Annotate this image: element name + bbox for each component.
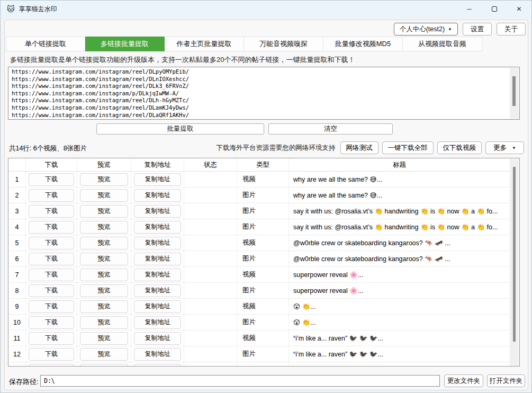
account-menu-button[interactable]: 个人中心(test2) ▼	[394, 23, 458, 35]
results-table: 下载 预览 复制地址 状态 类型 标题 1下载预览复制地址视频why are w…	[8, 158, 520, 367]
table-row: 10下载预览复制地址图片😲 👏...	[8, 315, 510, 331]
change-folder-button[interactable]: 更改文件夹	[444, 374, 483, 387]
save-path-label: 保存路径:	[9, 377, 39, 387]
status-cell	[184, 203, 237, 219]
copy-url-button[interactable]: 复制地址	[134, 253, 181, 265]
download-button[interactable]: 下载	[29, 348, 74, 361]
table-scrollbar-thumb[interactable]	[513, 167, 516, 342]
more-dropdown-button[interactable]: 更多 ▼	[485, 141, 524, 154]
url-line: https://www.instagram.com/instagram/reel…	[12, 83, 509, 90]
table-row: 9下载预览复制地址视频😲 👏...	[8, 299, 510, 315]
table-row: 2下载预览复制地址图片why are we all the same? 😅...	[8, 187, 510, 203]
header-status: 状态	[184, 158, 237, 171]
download-button-cell: 下载	[26, 315, 77, 330]
copy-url-button[interactable]: 复制地址	[134, 237, 181, 249]
preview-button[interactable]: 预览	[80, 269, 128, 281]
url-scrollbar-thumb[interactable]	[512, 76, 516, 106]
preview-button[interactable]: 预览	[80, 189, 128, 202]
type-cell: 视频	[237, 267, 289, 282]
download-button[interactable]: 下载	[29, 253, 74, 265]
copy-url-button[interactable]: 复制地址	[134, 348, 181, 361]
url-scrollbar[interactable]	[510, 68, 519, 119]
download-button[interactable]: 下载	[29, 269, 74, 281]
preview-button[interactable]: 预览	[80, 221, 128, 234]
window-controls: ─ ✕	[457, 1, 531, 17]
close-button[interactable]: ✕	[507, 1, 531, 17]
download-button[interactable]: 下载	[29, 189, 74, 202]
batch-extract-button[interactable]: 批量提取	[96, 123, 264, 135]
url-input-area[interactable]: https://www.instagram.com/instagram/reel…	[8, 67, 520, 120]
preview-button-cell: 预览	[77, 203, 131, 219]
download-button[interactable]: 下载	[29, 316, 74, 329]
download-button[interactable]: 下载	[29, 221, 74, 234]
clear-button[interactable]: 清空	[268, 123, 393, 135]
preview-button[interactable]: 预览	[80, 300, 128, 313]
download-videos-only-button[interactable]: 仅下载视频	[437, 141, 482, 154]
download-button[interactable]: 下载	[29, 237, 74, 249]
copy-url-button[interactable]: 复制地址	[134, 173, 181, 186]
about-button[interactable]: 关于	[497, 23, 526, 35]
preview-button[interactable]: 预览	[80, 332, 128, 345]
tab-3[interactable]: 万能音视频嗅探	[244, 37, 323, 51]
copy-url-button[interactable]: 复制地址	[134, 284, 181, 297]
settings-button[interactable]: 设置	[463, 23, 492, 35]
url-line: https://www.instagram.com/instagram/reel…	[12, 104, 509, 112]
preview-button[interactable]: 预览	[80, 173, 128, 186]
open-folder-button[interactable]: 打开文件夹	[487, 374, 525, 387]
copy-url-button[interactable]: 复制地址	[134, 221, 181, 234]
download-button[interactable]: 下载	[29, 284, 74, 297]
download-button-cell: 下载	[26, 283, 77, 298]
copy-url-button[interactable]: 复制地址	[134, 332, 181, 345]
title-cell: say it with us: @rosalia.vt’s 👏 handwrit…	[289, 203, 510, 219]
table-scrollbar[interactable]	[510, 159, 519, 366]
copy-url-button[interactable]: 复制地址	[134, 269, 181, 281]
preview-button-cell: 预览	[77, 267, 131, 282]
download-button[interactable]: 下载	[29, 173, 74, 186]
download-button-cell: 下载	[26, 299, 77, 314]
preview-button-cell: 预览	[77, 299, 131, 314]
download-button[interactable]: 下载	[29, 205, 74, 218]
download-button-cell: 下载	[26, 203, 77, 219]
preview-button[interactable]: 预览	[80, 316, 128, 329]
network-test-button[interactable]: 网络测试	[340, 141, 378, 154]
download-button-cell: 下载	[26, 267, 77, 282]
status-cell	[184, 299, 237, 314]
download-button[interactable]: 下载	[29, 332, 74, 345]
download-button-cell: 下载	[26, 251, 77, 266]
preview-button[interactable]: 预览	[80, 253, 128, 265]
type-cell: 视频	[237, 299, 289, 314]
tab-1[interactable]: 多链接批量提取	[85, 37, 165, 51]
header-preview: 预览	[77, 158, 131, 171]
maximize-button[interactable]	[482, 1, 507, 17]
title-cell: 😲 👏...	[289, 315, 510, 330]
copy-url-button[interactable]: 复制地址	[134, 300, 181, 313]
save-path-input[interactable]	[40, 375, 440, 387]
preview-button[interactable]: 预览	[80, 348, 128, 361]
preview-button[interactable]: 预览	[80, 364, 128, 367]
title-cell: “i’m like a... raven” 🐦‍⬛ 🐦‍⬛ 🐦‍⬛...	[289, 346, 510, 362]
preview-button-cell: 预览	[77, 219, 131, 235]
copy-url-button[interactable]: 复制地址	[134, 316, 181, 329]
preview-button-cell: 预览	[77, 172, 131, 187]
download-button[interactable]: 下载	[29, 364, 74, 367]
table-row: 7下载预览复制地址视频superpower reveal 🌸...	[8, 267, 510, 283]
row-index: 11	[8, 331, 26, 346]
status-cell	[184, 187, 237, 203]
tab-2[interactable]: 作者主页批量提取	[165, 37, 244, 51]
copy-url-button[interactable]: 复制地址	[134, 189, 181, 202]
download-button-cell: 下载	[26, 172, 77, 187]
preview-button[interactable]: 预览	[80, 237, 128, 249]
tab-5[interactable]: 从视频提取音频	[403, 37, 482, 51]
download-all-button[interactable]: 一键下载全部	[382, 141, 434, 154]
tab-0[interactable]: 单个链接提取	[6, 37, 85, 51]
app-window: 🐱 享享猫去水印 ─ ✕ 个人中心(test2) ▼ 设置 关于 单个链接提取多…	[0, 0, 532, 393]
preview-button[interactable]: 预览	[80, 284, 128, 297]
copy-url-button[interactable]: 复制地址	[134, 205, 181, 218]
copy-url-button[interactable]: 复制地址	[134, 364, 181, 367]
url-line: https://www.instagram.com/instagram/reel…	[12, 97, 509, 104]
minimize-button[interactable]: ─	[457, 1, 482, 17]
tab-4[interactable]: 批量修改视频MD5	[323, 37, 403, 51]
preview-button[interactable]: 预览	[80, 205, 128, 218]
header-index	[8, 158, 26, 171]
download-button[interactable]: 下载	[29, 300, 74, 313]
